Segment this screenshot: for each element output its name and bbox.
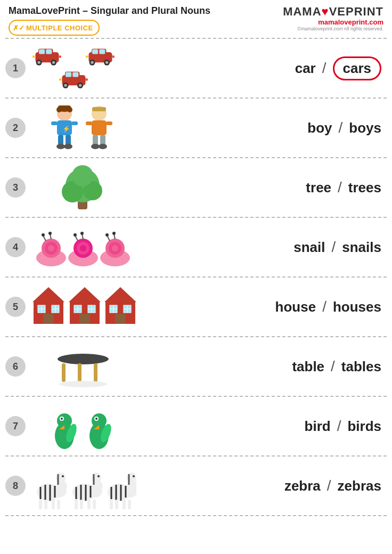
svg-rect-150 <box>93 500 96 509</box>
slash-divider: / <box>327 477 331 494</box>
brand-name-part2: VEPRINT <box>329 5 383 18</box>
question-image-birds <box>30 402 136 450</box>
svg-marker-90 <box>69 287 101 302</box>
slash-divider: / <box>339 119 343 136</box>
svg-marker-99 <box>104 287 136 302</box>
singular-option[interactable]: table <box>292 359 324 375</box>
slash-divider: / <box>337 418 341 435</box>
svg-point-6 <box>37 61 40 64</box>
question-image-table <box>30 343 136 390</box>
plural-option[interactable]: boys <box>349 120 381 136</box>
question-image-houses <box>30 283 136 331</box>
multiple-choice-badge: ✗✓ MULTIPLE CHOICE <box>9 20 100 36</box>
svg-point-51 <box>99 144 107 149</box>
svg-point-34 <box>67 107 72 112</box>
question-image-cars <box>30 44 136 92</box>
question-image-zebras <box>30 462 136 510</box>
svg-point-76 <box>112 245 118 251</box>
svg-point-112 <box>59 381 107 387</box>
svg-point-50 <box>91 144 100 149</box>
svg-rect-44 <box>92 107 106 111</box>
singular-option[interactable]: house <box>275 299 316 315</box>
plural-option[interactable]: zebras <box>338 478 381 494</box>
svg-rect-111 <box>94 363 97 382</box>
svg-point-64 <box>48 232 52 235</box>
question-row: 8 <box>5 457 387 516</box>
svg-rect-103 <box>115 314 126 324</box>
svg-rect-85 <box>43 314 54 324</box>
question-number: 4 <box>5 237 26 257</box>
svg-point-123 <box>95 418 97 420</box>
svg-point-16 <box>91 61 94 64</box>
svg-rect-29 <box>59 78 61 80</box>
question-options: house / houses <box>142 298 387 315</box>
plural-option[interactable]: trees <box>348 180 381 196</box>
svg-point-26 <box>64 84 67 87</box>
singular-option[interactable]: zebra <box>284 478 321 494</box>
svg-rect-163 <box>115 500 118 509</box>
svg-rect-37 <box>51 121 58 125</box>
question-image-boys: ⚡ <box>30 104 136 152</box>
svg-rect-46 <box>86 121 92 125</box>
question-row: 4 <box>5 218 387 278</box>
plural-option[interactable]: tables <box>341 359 381 375</box>
slash-divider: / <box>338 179 342 196</box>
question-options: zebra / zebras <box>142 477 387 494</box>
svg-rect-47 <box>106 121 112 125</box>
header-right: MAMA♥VEPRINT mamaloveprint.com ©mamalove… <box>283 5 383 31</box>
svg-rect-24 <box>72 72 78 77</box>
svg-point-72 <box>80 232 84 235</box>
svg-point-71 <box>74 233 77 237</box>
question-row: 7 <box>5 397 387 457</box>
slash-divider: / <box>332 239 336 256</box>
svg-point-117 <box>61 418 63 420</box>
question-options: snail / snails <box>142 239 387 256</box>
svg-point-63 <box>42 233 45 237</box>
svg-point-169 <box>133 475 135 477</box>
slash-divider: / <box>322 60 326 77</box>
question-number: 5 <box>5 297 26 317</box>
svg-rect-94 <box>79 314 90 324</box>
singular-option[interactable]: boy <box>307 120 332 136</box>
plural-option[interactable]: houses <box>333 299 381 315</box>
svg-rect-109 <box>62 363 66 382</box>
question-number: 6 <box>5 356 26 377</box>
svg-rect-19 <box>86 55 88 58</box>
svg-rect-3 <box>39 49 45 54</box>
singular-option[interactable]: tree <box>306 180 331 196</box>
question-number: 2 <box>5 118 26 138</box>
question-row: 2 ⚡ <box>5 99 387 158</box>
badge-label: MULTIPLE CHOICE <box>26 24 93 32</box>
singular-option[interactable]: bird <box>305 418 331 435</box>
svg-point-139 <box>62 475 64 477</box>
singular-option[interactable]: car <box>295 60 316 77</box>
svg-rect-9 <box>32 55 35 58</box>
badge-icon: ✗✓ <box>13 22 23 33</box>
svg-rect-14 <box>99 49 105 54</box>
svg-text:⚡: ⚡ <box>62 125 70 133</box>
svg-rect-165 <box>128 500 131 509</box>
brand-copyright: ©mamaloveprint.com All rights reserved. <box>297 26 383 31</box>
slash-divider: / <box>331 358 335 375</box>
svg-rect-134 <box>52 500 55 509</box>
plural-option[interactable]: cars <box>333 56 382 80</box>
svg-point-8 <box>52 61 55 64</box>
question-image-snails <box>30 223 136 271</box>
svg-point-80 <box>112 232 116 235</box>
page-title: MamaLovePrint – Singular and Plural Noun… <box>9 5 210 17</box>
question-options: tree / trees <box>142 179 387 196</box>
header-left: MamaLovePrint – Singular and Plural Noun… <box>9 5 210 36</box>
svg-point-33 <box>56 107 62 112</box>
svg-point-154 <box>97 475 100 477</box>
svg-point-42 <box>64 144 72 149</box>
question-number: 7 <box>5 416 26 436</box>
svg-rect-10 <box>59 55 61 58</box>
plural-option[interactable]: snails <box>342 239 381 256</box>
singular-option[interactable]: snail <box>293 239 325 256</box>
svg-point-18 <box>105 61 109 64</box>
plural-option[interactable]: birds <box>347 418 381 435</box>
question-row: 1 <box>5 38 387 99</box>
question-row: 6 table / tables <box>5 337 387 397</box>
slash-divider: / <box>322 298 326 315</box>
svg-rect-133 <box>44 500 47 509</box>
